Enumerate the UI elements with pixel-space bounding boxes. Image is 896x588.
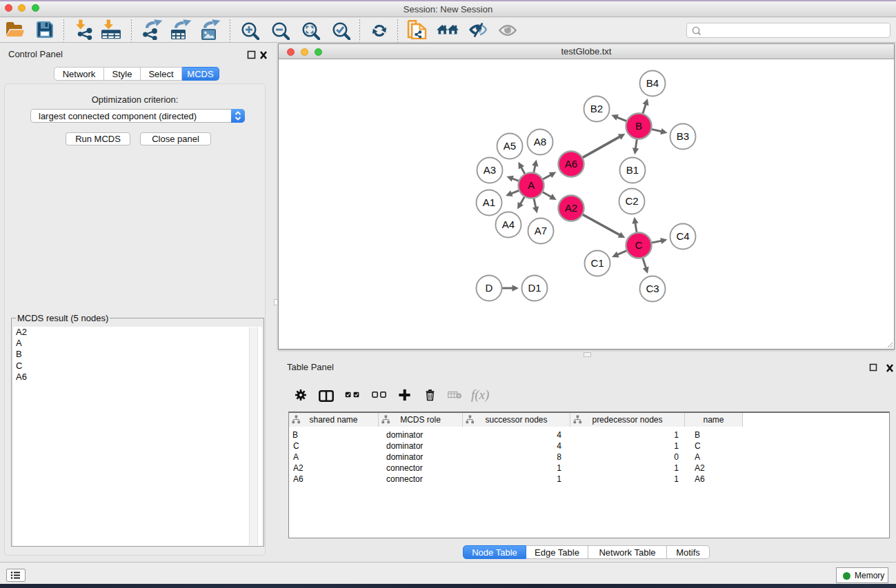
svg-text:A3: A3 — [484, 164, 496, 176]
svg-text:C3: C3 — [646, 283, 659, 294]
svg-text:A4: A4 — [502, 219, 515, 230]
svg-text:A5: A5 — [504, 140, 516, 152]
svg-text:C2: C2 — [625, 195, 638, 207]
svg-text:B: B — [635, 120, 642, 132]
svg-text:A8: A8 — [534, 136, 546, 148]
svg-text:D1: D1 — [528, 282, 541, 294]
svg-text:A: A — [528, 179, 535, 191]
svg-text:C4: C4 — [676, 230, 689, 242]
svg-text:A6: A6 — [565, 158, 577, 170]
svg-text:A2: A2 — [565, 202, 577, 214]
svg-text:A1: A1 — [483, 196, 495, 208]
svg-text:B1: B1 — [626, 164, 639, 176]
svg-text:C: C — [635, 239, 643, 251]
svg-text:C1: C1 — [590, 257, 604, 269]
svg-text:B3: B3 — [677, 130, 689, 142]
svg-text:B4: B4 — [646, 77, 659, 89]
svg-text:B2: B2 — [590, 103, 603, 114]
svg-text:A7: A7 — [535, 225, 547, 236]
svg-text:D: D — [486, 282, 493, 294]
